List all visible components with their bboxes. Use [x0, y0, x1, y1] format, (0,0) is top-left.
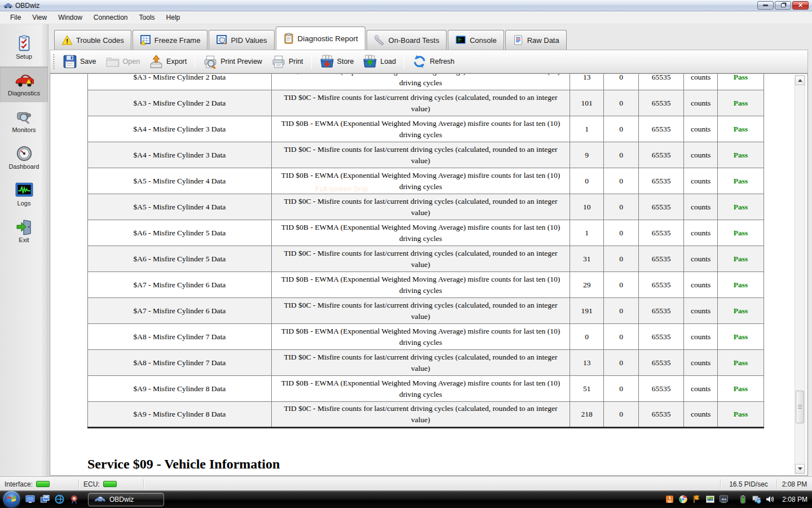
menu-file[interactable]: File — [5, 12, 27, 23]
table-row: $A6 - Misfire Cylinder 5 DataTID $0B - E… — [88, 220, 764, 246]
menu-tools[interactable]: Tools — [134, 12, 161, 23]
cell-test: $A7 - Misfire Cylinder 6 Data — [88, 272, 272, 298]
refresh-button[interactable]: Refresh — [408, 52, 459, 71]
network-tray-icon[interactable] — [752, 494, 761, 504]
internet-explorer-icon[interactable] — [55, 494, 64, 504]
cell-value: 31 — [570, 246, 604, 272]
java-tray-icon[interactable] — [665, 494, 674, 504]
cell-units: counts — [684, 272, 718, 298]
menu-help[interactable]: Help — [161, 12, 186, 23]
sidebar-item-exit[interactable]: Exit — [0, 213, 48, 249]
cell-units: counts — [684, 350, 718, 376]
battery-tray-icon[interactable] — [738, 494, 748, 504]
tab-pid-values[interactable]: PID Values — [209, 30, 274, 50]
toolbar: Save Open Export Print Preview Print Sto… — [50, 50, 808, 73]
table-row: $A6 - Misfire Cylinder 5 DataTID $0C - M… — [88, 246, 764, 272]
cell-test: $A7 - Misfire Cylinder 6 Data — [88, 298, 272, 324]
sidebar-item-diagnostics[interactable]: ! Diagnostics — [0, 67, 48, 102]
obd-app-icon[interactable] — [69, 494, 79, 504]
table-row: $A9 - Misfire Cylinder 8 DataTID $0B - E… — [88, 376, 764, 402]
menu-view[interactable]: View — [27, 12, 52, 23]
cell-test: $A5 - Misfire Cylinder 4 Data — [88, 168, 272, 194]
quick-launch — [25, 494, 79, 504]
cell-desc: TID $0B - EWMA (Exponential Weighted Mov… — [271, 116, 570, 142]
media-tray-icon[interactable] — [719, 494, 729, 504]
tab-on-board-tests[interactable]: On-Board Tests — [367, 30, 447, 50]
tab-raw-data[interactable]: Raw Data — [505, 30, 567, 50]
menu-connection[interactable]: Connection — [88, 12, 134, 23]
window-title: OBDwiz — [15, 2, 39, 10]
save-button[interactable]: Save — [58, 52, 101, 71]
cell-min: 0 — [604, 220, 639, 246]
cell-desc: TID $0C - Misfire counts for last/curren… — [271, 298, 570, 324]
interface-status: Interface: — [0, 479, 79, 489]
grid-magnifier-icon — [216, 34, 227, 46]
sidebar-item-monitors[interactable]: Monitors — [0, 103, 48, 139]
flag-tray-icon[interactable] — [692, 494, 701, 504]
tab-freeze-frame[interactable]: Freeze Frame — [133, 30, 208, 50]
taskbar-app-button[interactable]: OBDwiz — [88, 493, 164, 506]
scroll-down-arrow[interactable] — [795, 464, 805, 474]
window-switcher-icon[interactable] — [40, 494, 50, 504]
misfire-data-table: $A3 - Misfire Cylinder 2 DataTID $0B - E… — [87, 74, 764, 428]
cell-min: 0 — [604, 142, 639, 168]
export-button[interactable]: Export — [144, 52, 191, 71]
obdwiz-app-icon — [3, 2, 12, 9]
volume-tray-icon[interactable] — [765, 494, 775, 504]
cell-max: 65535 — [639, 402, 684, 428]
sidebar-item-label: Exit — [19, 237, 29, 243]
start-button[interactable] — [3, 491, 20, 507]
cell-value: 1 — [570, 220, 604, 246]
dashboard-icon — [15, 145, 34, 162]
tab-label: Diagnostic Report — [298, 34, 358, 43]
vertical-scrollbar[interactable] — [795, 75, 805, 474]
cell-desc: TID $0B - EWMA (Exponential Weighted Mov… — [271, 376, 570, 402]
table-row: $A8 - Misfire Cylinder 7 DataTID $0C - M… — [88, 350, 764, 376]
cell-result: Pass — [718, 116, 764, 142]
sidebar-item-logs[interactable]: Logs — [0, 177, 48, 212]
toolbar-separator — [311, 54, 312, 69]
cell-min: 0 — [604, 74, 639, 90]
photo-tray-icon[interactable] — [705, 494, 715, 504]
folder-icon — [105, 54, 120, 69]
cell-test: $A4 - Misfire Cylinder 3 Data — [88, 116, 272, 142]
tab-diagnostic-report[interactable]: Diagnostic Report — [276, 27, 365, 50]
load-button[interactable]: Load — [358, 52, 400, 71]
scrollbar-thumb[interactable] — [796, 391, 804, 423]
tab-label: Console — [470, 36, 497, 45]
svg-text:!: ! — [66, 38, 68, 45]
sidebar-item-dashboard[interactable]: Dashboard — [0, 140, 48, 176]
sidebar-item-setup[interactable]: Setup — [0, 30, 48, 65]
cell-value: 101 — [570, 90, 604, 116]
refresh-icon — [412, 54, 427, 69]
store-button[interactable]: Store — [315, 52, 359, 71]
cell-value: 218 — [570, 402, 604, 428]
report-table-body: $A3 - Misfire Cylinder 2 DataTID $0B - E… — [88, 74, 764, 428]
status-time-value: 2:08 PM — [782, 480, 807, 488]
toolbar-button-label: Store — [337, 58, 354, 65]
cell-result: Pass — [718, 298, 764, 324]
tab-trouble-codes[interactable]: ! Trouble Codes — [54, 30, 131, 50]
restore-button[interactable] — [775, 1, 791, 10]
table-row: $A4 - Misfire Cylinder 3 DataTID $0B - E… — [88, 116, 764, 142]
sidebar-item-label: Logs — [17, 200, 31, 207]
tab-console[interactable]: Console — [448, 30, 504, 50]
print-preview-button[interactable]: Print Preview — [198, 52, 267, 71]
diagnostics-icon: ! — [15, 72, 34, 89]
show-desktop-icon[interactable] — [25, 494, 35, 504]
clipboard-icon — [283, 33, 294, 44]
open-button[interactable]: Open — [101, 52, 145, 71]
chrome-tray-icon[interactable] — [678, 494, 688, 504]
cell-min: 0 — [604, 116, 639, 142]
close-button[interactable]: ✕ — [792, 1, 809, 10]
scroll-up-arrow[interactable] — [795, 76, 805, 85]
setup-icon — [15, 35, 34, 52]
menu-window[interactable]: Window — [52, 12, 88, 23]
cell-units: counts — [684, 90, 718, 116]
minimize-button[interactable] — [757, 1, 774, 10]
tab-label: On-Board Tests — [389, 36, 439, 45]
print-button[interactable]: Print — [267, 52, 308, 71]
cell-max: 65535 — [639, 350, 684, 376]
cell-min: 0 — [604, 194, 639, 220]
table-row: $A8 - Misfire Cylinder 7 DataTID $0B - E… — [88, 324, 764, 350]
